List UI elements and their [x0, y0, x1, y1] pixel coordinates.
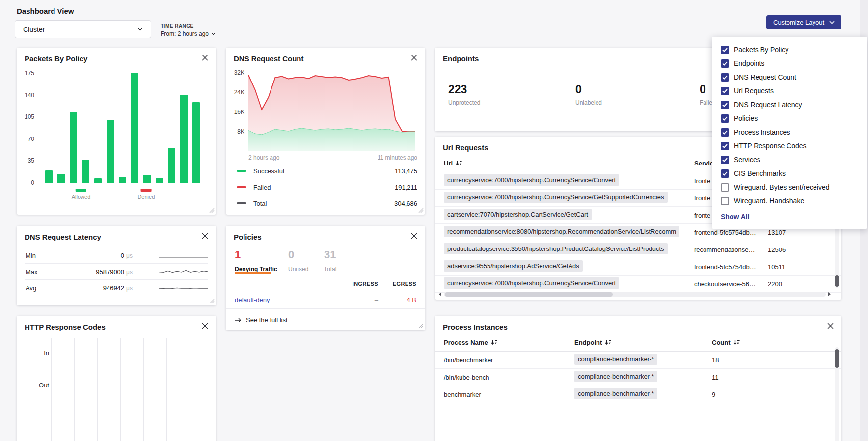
- vertical-scrollbar[interactable]: [835, 347, 839, 441]
- sort-icon[interactable]: [456, 161, 462, 166]
- scroll-right-icon[interactable]: [828, 292, 831, 296]
- checkbox-unchecked[interactable]: [721, 183, 729, 192]
- close-icon[interactable]: [202, 55, 208, 61]
- horizontal-scrollbar[interactable]: [439, 291, 831, 297]
- checkbox-checked[interactable]: [721, 87, 729, 95]
- customize-layout-button[interactable]: Customize Layout: [766, 15, 841, 29]
- resize-handle[interactable]: [418, 323, 424, 329]
- stat-value: 223: [448, 83, 480, 96]
- check-icon: [722, 103, 728, 107]
- y-axis-tick: 105: [24, 113, 34, 120]
- dns-request-count-card: DNS Request Count 32K24K16K8K 2 hours ag…: [226, 48, 425, 215]
- see-full-list-label: See the full list: [246, 316, 288, 324]
- column-header-url[interactable]: Url: [444, 160, 694, 167]
- customize-menu-item[interactable]: Wireguard. Handshake: [721, 194, 858, 208]
- view-selector[interactable]: Cluster: [15, 20, 151, 38]
- checkbox-checked[interactable]: [721, 128, 729, 137]
- endpoint-chip[interactable]: compliance-benchmarker-*: [574, 354, 657, 365]
- customize-menu-item[interactable]: CIS Benchmarks: [721, 166, 858, 180]
- sort-icon[interactable]: [605, 340, 611, 345]
- show-all-link[interactable]: Show All: [721, 213, 750, 220]
- resize-handle[interactable]: [418, 208, 424, 213]
- scrollbar-thumb[interactable]: [445, 292, 613, 297]
- column-header-count[interactable]: Count: [712, 339, 740, 346]
- close-icon[interactable]: [202, 233, 208, 239]
- policy-stat[interactable]: 1Denying Traffic: [235, 248, 277, 273]
- table-row[interactable]: /bin/benchmarkercompliance-benchmarker-*…: [435, 352, 841, 369]
- sort-icon[interactable]: [733, 340, 740, 345]
- customize-menu-item[interactable]: Policies: [721, 111, 858, 125]
- service-cell: frontend-5fc5754db…: [694, 229, 768, 236]
- legend-value: 191,211: [395, 184, 417, 191]
- legend-marker: [141, 189, 152, 192]
- url-chip[interactable]: currencyservice:7000/hipstershop.Currenc…: [444, 174, 619, 186]
- close-icon[interactable]: [827, 323, 834, 329]
- table-row[interactable]: productcatalogservice:3550/hipstershop.P…: [435, 241, 841, 258]
- checkbox-checked[interactable]: [721, 156, 729, 164]
- table-row[interactable]: currencyservice:7000/hipstershop.Currenc…: [435, 276, 841, 293]
- customize-menu-item[interactable]: Services: [721, 153, 858, 166]
- time-range: TIME RANGE From: 2 hours ago: [161, 23, 216, 37]
- latency-label: Max: [25, 268, 59, 276]
- legend-value: 304,686: [394, 200, 417, 207]
- scrollbar-thumb[interactable]: [835, 349, 839, 368]
- card-title: Packets By Policy: [17, 48, 216, 63]
- customize-menu-item[interactable]: Wireguard. Bytes sent/received: [721, 180, 858, 194]
- url-cell: cartservice:7070/hipstershop.CartService…: [444, 209, 694, 221]
- checkbox-checked[interactable]: [721, 46, 729, 54]
- customize-menu-item[interactable]: Process Instances: [721, 125, 858, 139]
- url-chip[interactable]: currencyservice:7000/hipstershop.Currenc…: [444, 277, 619, 289]
- table-row[interactable]: benchmarkercompliance-benchmarker-*9: [435, 386, 841, 403]
- legend-value: 113,475: [395, 167, 417, 175]
- column-header-endpoint[interactable]: Endpoint: [574, 339, 712, 346]
- category-label: In: [29, 349, 49, 357]
- checkbox-checked[interactable]: [721, 169, 729, 178]
- latency-row: Max95879000μs: [25, 264, 208, 280]
- policy-link[interactable]: default-deny: [235, 296, 333, 303]
- checkbox-checked[interactable]: [721, 73, 729, 82]
- url-cell: currencyservice:7000/hipstershop.Currenc…: [444, 277, 694, 290]
- sort-icon[interactable]: [491, 340, 497, 345]
- legend-dash: [237, 186, 246, 188]
- time-range-value[interactable]: From: 2 hours ago: [161, 30, 216, 37]
- checkbox-checked[interactable]: [721, 142, 729, 150]
- active-tab-indicator: [235, 272, 271, 274]
- customize-menu-item[interactable]: DNS Request Latency: [721, 98, 858, 111]
- customize-menu-item[interactable]: Endpoints: [721, 56, 858, 70]
- checkbox-checked[interactable]: [721, 101, 729, 109]
- resize-handle[interactable]: [209, 208, 215, 213]
- customize-menu-item[interactable]: HTTP Response Codes: [721, 139, 858, 153]
- card-title: DNS Request Count: [226, 48, 425, 63]
- egress-value: 4 B: [378, 296, 416, 303]
- table-row[interactable]: adservice:9555/hipstershop.AdService/Get…: [435, 258, 841, 276]
- endpoint-chip[interactable]: compliance-benchmarker-*: [574, 388, 657, 399]
- url-chip[interactable]: currencyservice:7000/hipstershop.Currenc…: [444, 192, 668, 203]
- bar: [94, 178, 102, 183]
- table-row[interactable]: /bin/kube-benchcompliance-benchmarker-*1…: [435, 369, 841, 386]
- checkbox-checked[interactable]: [721, 114, 729, 123]
- checkbox-checked[interactable]: [721, 59, 729, 68]
- column-header-process-name[interactable]: Process Name: [444, 339, 574, 346]
- customize-menu-item[interactable]: DNS Request Count: [721, 70, 858, 84]
- close-icon[interactable]: [202, 323, 208, 329]
- scrollbar-track[interactable]: [444, 292, 826, 297]
- scroll-left-icon[interactable]: [439, 292, 441, 296]
- url-chip[interactable]: recommendationservice:8080/hipstershop.R…: [444, 226, 679, 237]
- customize-menu-item[interactable]: Url Requests: [721, 84, 858, 98]
- customize-menu-item[interactable]: Packets By Policy: [721, 43, 858, 56]
- checkbox-unchecked[interactable]: [721, 197, 729, 205]
- see-full-list-link[interactable]: See the full list: [235, 316, 416, 324]
- url-chip[interactable]: productcatalogservice:3550/hipstershop.P…: [444, 243, 668, 254]
- customize-menu-item-label: Wireguard. Bytes sent/received: [734, 183, 830, 191]
- close-icon[interactable]: [411, 55, 417, 61]
- policy-stat: 31Total: [324, 248, 336, 273]
- url-chip[interactable]: cartservice:7070/hipstershop.CartService…: [444, 209, 592, 220]
- scrollbar-thumb[interactable]: [835, 275, 839, 287]
- endpoint-chip[interactable]: compliance-benchmarker-*: [574, 371, 657, 382]
- close-icon[interactable]: [411, 233, 417, 239]
- table-row[interactable]: default-deny–4 B: [226, 291, 425, 309]
- x-axis-label-end: 11 minutes ago: [378, 154, 417, 161]
- endpoint-cell: compliance-benchmarker-*: [574, 354, 712, 366]
- resize-handle[interactable]: [209, 299, 215, 304]
- url-chip[interactable]: adservice:9555/hipstershop.AdService/Get…: [444, 260, 583, 272]
